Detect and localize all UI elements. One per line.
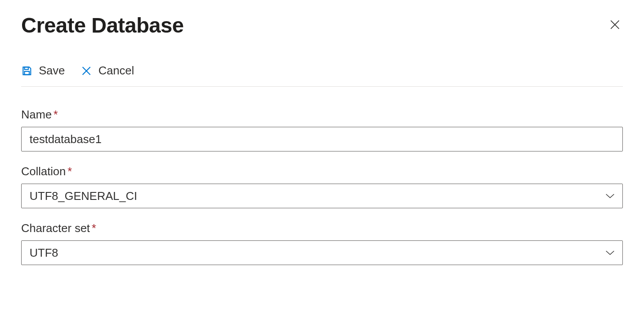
charset-field-group: Character set* UTF8 xyxy=(21,221,623,265)
name-label-text: Name xyxy=(21,108,52,121)
required-asterisk: * xyxy=(53,108,58,121)
save-button[interactable]: Save xyxy=(21,64,65,77)
collation-label-text: Collation xyxy=(21,165,66,178)
name-input[interactable] xyxy=(21,127,623,151)
name-field-group: Name* xyxy=(21,108,623,151)
cancel-icon xyxy=(81,65,92,77)
save-icon xyxy=(21,65,33,77)
name-label: Name* xyxy=(21,108,623,122)
header-row: Create Database xyxy=(21,13,623,37)
charset-label-text: Character set xyxy=(21,221,90,235)
required-asterisk: * xyxy=(67,165,72,178)
page-title: Create Database xyxy=(21,13,184,37)
close-icon xyxy=(609,18,621,33)
toolbar: Save Cancel xyxy=(21,64,623,87)
cancel-button[interactable]: Cancel xyxy=(81,64,134,77)
collation-value: UTF8_GENERAL_CI xyxy=(30,189,137,203)
collation-field-group: Collation* UTF8_GENERAL_CI xyxy=(21,165,623,208)
svg-rect-2 xyxy=(25,67,29,69)
close-button[interactable] xyxy=(607,18,623,33)
collation-select-wrap: UTF8_GENERAL_CI xyxy=(21,184,623,208)
charset-select[interactable]: UTF8 xyxy=(21,240,623,265)
save-label: Save xyxy=(39,64,65,77)
charset-label: Character set* xyxy=(21,221,623,235)
collation-select[interactable]: UTF8_GENERAL_CI xyxy=(21,184,623,208)
required-asterisk: * xyxy=(92,221,96,235)
collation-label: Collation* xyxy=(21,165,623,178)
charset-value: UTF8 xyxy=(30,246,58,260)
cancel-label: Cancel xyxy=(98,64,134,77)
svg-rect-3 xyxy=(25,71,30,75)
charset-select-wrap: UTF8 xyxy=(21,240,623,265)
